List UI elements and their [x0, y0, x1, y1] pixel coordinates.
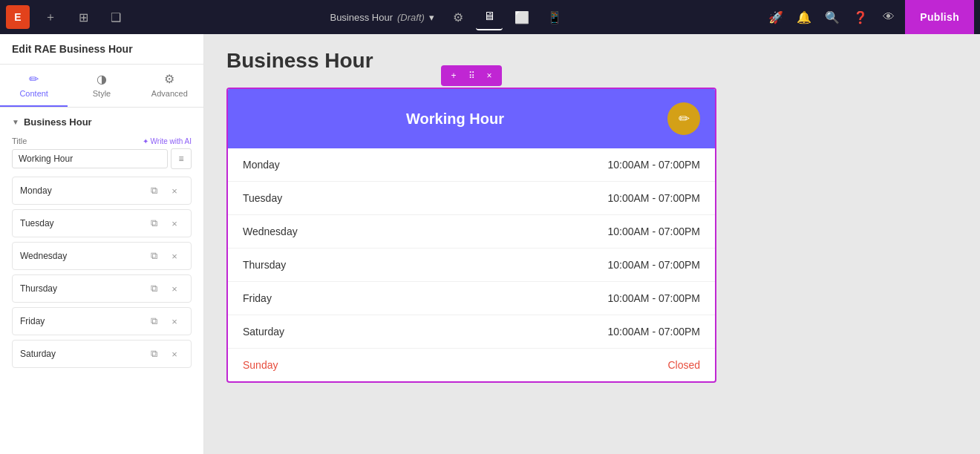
- day-name: Monday: [243, 159, 607, 171]
- page-title-text: Business Hour: [330, 12, 393, 23]
- toolbar-center: Business Hour (Draft) ▾ ⚙ 🖥 ⬜ 📱: [324, 4, 567, 30]
- help-button[interactable]: ❓: [849, 5, 872, 29]
- sidebar-header: Edit RAE Business Hour: [0, 34, 203, 65]
- business-hour-widget: Working Hour ✏ Monday 10:00AM - 07:00PM …: [226, 88, 716, 383]
- text-align-icon[interactable]: ≡: [171, 148, 192, 169]
- drag-handle[interactable]: ⠿: [463, 68, 480, 84]
- style-tab-label: Style: [93, 89, 111, 98]
- left-sidebar: Edit RAE Business Hour ✏ Content ◑ Style…: [0, 34, 204, 454]
- tab-style[interactable]: ◑ Style: [68, 65, 135, 107]
- write-with-ai-button[interactable]: ✦ Write with AI: [143, 137, 192, 145]
- day-name: Friday: [243, 292, 607, 304]
- title-field-row: Title ✦ Write with AI ≡: [12, 136, 192, 169]
- canvas-area: Business Hour + ⠿ × Working Hour ✏ Monda…: [204, 34, 980, 454]
- day-name: Sunday: [243, 359, 667, 371]
- day-label-saturday: Saturday: [20, 349, 142, 359]
- rocket-icon-button[interactable]: 🚀: [764, 5, 788, 29]
- tab-content[interactable]: ✏ Content: [0, 65, 68, 107]
- day-hours: Closed: [667, 359, 700, 371]
- toolbar-right: 🚀 🔔 🔍 ❓ 👁 Publish: [764, 0, 974, 34]
- sidebar-day-tuesday[interactable]: Tuesday ⧉ ×: [12, 209, 192, 237]
- schedule-row-tuesday: Tuesday 10:00AM - 07:00PM: [228, 182, 715, 215]
- day-label-tuesday: Tuesday: [20, 218, 142, 228]
- edit-pencil-button[interactable]: ✏: [667, 102, 700, 135]
- preview-button[interactable]: 👁: [877, 5, 901, 29]
- title-input-row: ≡: [12, 148, 192, 169]
- day-name: Thursday: [243, 259, 607, 271]
- title-field-label-row: Title ✦ Write with AI: [12, 136, 192, 145]
- advanced-tab-label: Advanced: [151, 89, 188, 98]
- day-list: Monday ⧉ × Tuesday ⧉ × Wednesday ⧉ × Thu…: [12, 177, 192, 368]
- day-hours: 10:00AM - 07:00PM: [607, 226, 700, 237]
- duplicate-day-monday[interactable]: ⧉: [145, 182, 163, 200]
- desktop-view-button[interactable]: 🖥: [476, 4, 503, 30]
- sidebar-day-monday[interactable]: Monday ⧉ ×: [12, 177, 192, 205]
- duplicate-day-friday[interactable]: ⧉: [145, 312, 163, 330]
- duplicate-day-thursday[interactable]: ⧉: [145, 280, 163, 297]
- schedule-row-saturday: Saturday 10:00AM - 07:00PM: [228, 315, 715, 349]
- delete-widget-button[interactable]: ×: [481, 68, 497, 84]
- remove-day-thursday[interactable]: ×: [166, 280, 183, 297]
- day-name: Tuesday: [243, 192, 607, 204]
- advanced-tab-icon: ⚙: [164, 72, 174, 86]
- remove-day-monday[interactable]: ×: [166, 182, 183, 200]
- chevron-down-icon: ▾: [429, 12, 434, 23]
- widget-container: + ⠿ × Working Hour ✏ Monday 10:00AM - 07…: [226, 88, 716, 383]
- sidebar-tabs: ✏ Content ◑ Style ⚙ Advanced: [0, 65, 203, 108]
- widget-toolbar: + ⠿ ×: [441, 65, 502, 86]
- add-element-button[interactable]: +: [445, 68, 462, 84]
- day-label-friday: Friday: [20, 316, 142, 326]
- content-tab-icon: ✏: [29, 72, 39, 86]
- search-button[interactable]: 🔍: [820, 5, 844, 29]
- sidebar-day-saturday[interactable]: Saturday ⧉ ×: [12, 340, 192, 368]
- schedule-row-wednesday: Wednesday 10:00AM - 07:00PM: [228, 215, 715, 249]
- page-title-button[interactable]: Business Hour (Draft) ▾: [324, 9, 440, 26]
- duplicate-day-saturday[interactable]: ⧉: [145, 345, 163, 363]
- tablet-view-button[interactable]: ⬜: [509, 4, 535, 30]
- page-draft-status: (Draft): [397, 12, 425, 23]
- schedule-row-sunday: Sunday Closed: [228, 349, 715, 381]
- settings-button[interactable]: ⚙: [446, 5, 470, 29]
- section-toggle[interactable]: ▼ Business Hour: [12, 116, 192, 128]
- day-name: Saturday: [243, 326, 607, 338]
- section-chevron-icon: ▼: [12, 118, 19, 126]
- mobile-view-button[interactable]: 📱: [541, 4, 568, 30]
- title-field-label: Title: [12, 136, 27, 145]
- day-hours: 10:00AM - 07:00PM: [607, 192, 700, 204]
- notifications-button[interactable]: 🔔: [792, 5, 816, 29]
- remove-day-tuesday[interactable]: ×: [166, 214, 183, 232]
- day-hours: 10:00AM - 07:00PM: [607, 159, 700, 171]
- day-name: Wednesday: [243, 226, 607, 237]
- schedule-row-thursday: Thursday 10:00AM - 07:00PM: [228, 249, 715, 282]
- remove-day-wednesday[interactable]: ×: [166, 247, 183, 265]
- sidebar-day-wednesday[interactable]: Wednesday ⧉ ×: [12, 242, 192, 270]
- toolbar-left: E ＋ ⊞ ❑: [6, 5, 128, 29]
- day-label-thursday: Thursday: [20, 283, 142, 294]
- day-hours: 10:00AM - 07:00PM: [607, 292, 700, 304]
- page-heading: Business Hour: [226, 49, 958, 73]
- title-input[interactable]: [12, 149, 168, 168]
- duplicate-day-wednesday[interactable]: ⧉: [145, 247, 163, 265]
- business-hour-section: ▼ Business Hour Title ✦ Write with AI ≡ …: [0, 108, 203, 381]
- tab-advanced[interactable]: ⚙ Advanced: [136, 65, 203, 107]
- section-title: Business Hour: [24, 116, 92, 128]
- day-hours: 10:00AM - 07:00PM: [607, 326, 700, 338]
- structure-button[interactable]: ❑: [104, 5, 128, 29]
- day-hours: 10:00AM - 07:00PM: [607, 259, 700, 271]
- content-tab-label: Content: [19, 89, 48, 98]
- top-toolbar: E ＋ ⊞ ❑ Business Hour (Draft) ▾ ⚙ 🖥 ⬜ 📱 …: [0, 0, 980, 34]
- add-widget-button[interactable]: ＋: [39, 5, 62, 29]
- sidebar-day-thursday[interactable]: Thursday ⧉ ×: [12, 274, 192, 303]
- duplicate-day-tuesday[interactable]: ⧉: [145, 214, 163, 232]
- main-layout: Edit RAE Business Hour ✏ Content ◑ Style…: [0, 34, 980, 454]
- sidebar-day-friday[interactable]: Friday ⧉ ×: [12, 307, 192, 335]
- schedule-row-friday: Friday 10:00AM - 07:00PM: [228, 282, 715, 315]
- finder-button[interactable]: ⊞: [71, 5, 95, 29]
- remove-day-friday[interactable]: ×: [166, 312, 183, 330]
- remove-day-saturday[interactable]: ×: [166, 345, 183, 363]
- publish-button[interactable]: Publish: [905, 0, 974, 34]
- day-label-wednesday: Wednesday: [20, 251, 142, 261]
- style-tab-icon: ◑: [97, 72, 107, 86]
- widget-header: Working Hour ✏: [228, 89, 715, 148]
- elementor-logo: E: [6, 5, 30, 29]
